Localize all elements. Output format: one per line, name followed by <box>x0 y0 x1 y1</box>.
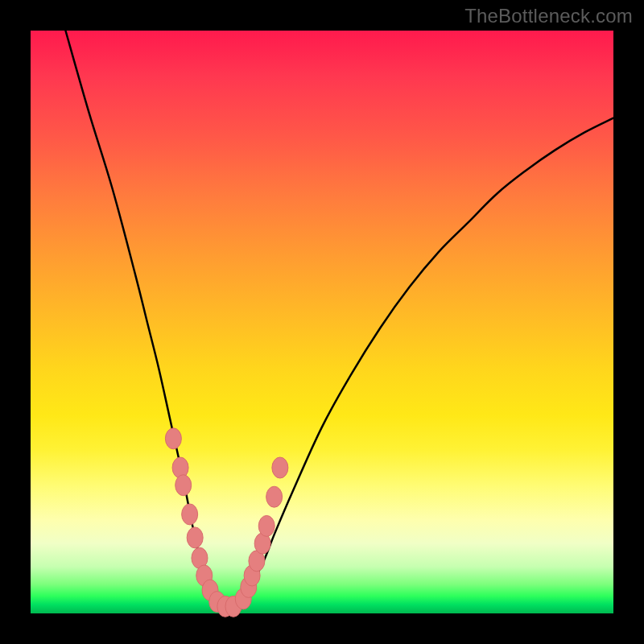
highlight-dot <box>187 527 203 548</box>
highlight-dot <box>258 515 275 536</box>
highlight-dot <box>272 457 288 478</box>
highlight-dot <box>165 428 181 449</box>
curve-layer <box>31 31 613 613</box>
watermark-text: TheBottleneck.com <box>464 5 633 27</box>
highlight-dot <box>182 504 198 525</box>
plot-area <box>31 31 613 613</box>
chart-container: TheBottleneck.com <box>0 0 644 644</box>
highlight-dot <box>266 486 283 507</box>
highlight-dot <box>175 475 192 496</box>
bottleneck-curve <box>65 31 613 609</box>
highlight-dots-group <box>165 428 287 617</box>
